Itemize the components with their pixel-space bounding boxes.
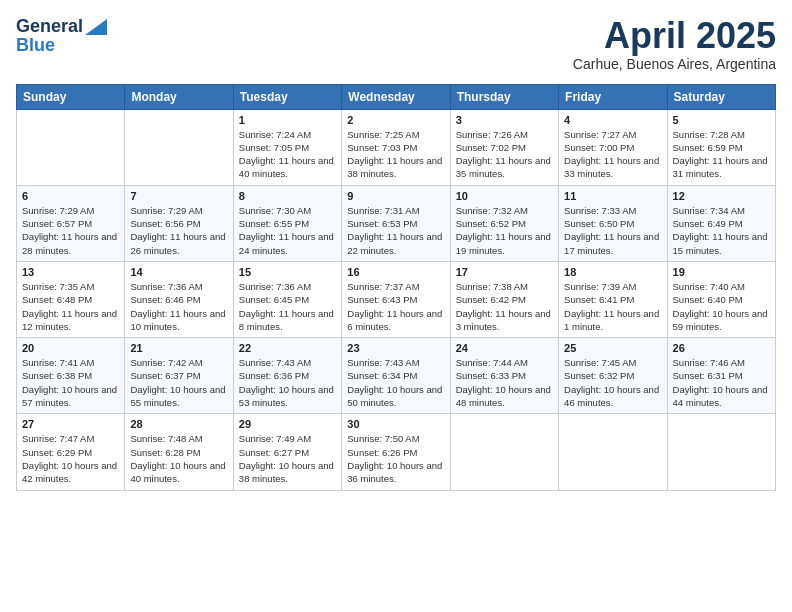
- day-number: 18: [564, 266, 661, 278]
- day-number: 8: [239, 190, 336, 202]
- calendar-cell: 5Sunrise: 7:28 AM Sunset: 6:59 PM Daylig…: [667, 109, 775, 185]
- calendar-cell: 13Sunrise: 7:35 AM Sunset: 6:48 PM Dayli…: [17, 261, 125, 337]
- day-info: Sunrise: 7:39 AM Sunset: 6:41 PM Dayligh…: [564, 280, 661, 333]
- day-number: 23: [347, 342, 444, 354]
- day-info: Sunrise: 7:43 AM Sunset: 6:36 PM Dayligh…: [239, 356, 336, 409]
- day-number: 25: [564, 342, 661, 354]
- day-number: 4: [564, 114, 661, 126]
- day-info: Sunrise: 7:47 AM Sunset: 6:29 PM Dayligh…: [22, 432, 119, 485]
- calendar-cell: 22Sunrise: 7:43 AM Sunset: 6:36 PM Dayli…: [233, 338, 341, 414]
- calendar-cell: 29Sunrise: 7:49 AM Sunset: 6:27 PM Dayli…: [233, 414, 341, 490]
- calendar-cell: 14Sunrise: 7:36 AM Sunset: 6:46 PM Dayli…: [125, 261, 233, 337]
- calendar-cell: 21Sunrise: 7:42 AM Sunset: 6:37 PM Dayli…: [125, 338, 233, 414]
- day-info: Sunrise: 7:33 AM Sunset: 6:50 PM Dayligh…: [564, 204, 661, 257]
- day-number: 15: [239, 266, 336, 278]
- day-info: Sunrise: 7:50 AM Sunset: 6:26 PM Dayligh…: [347, 432, 444, 485]
- day-number: 30: [347, 418, 444, 430]
- calendar-cell: 25Sunrise: 7:45 AM Sunset: 6:32 PM Dayli…: [559, 338, 667, 414]
- day-number: 16: [347, 266, 444, 278]
- day-info: Sunrise: 7:26 AM Sunset: 7:02 PM Dayligh…: [456, 128, 553, 181]
- page-title: April 2025: [573, 16, 776, 56]
- calendar-cell: 2Sunrise: 7:25 AM Sunset: 7:03 PM Daylig…: [342, 109, 450, 185]
- day-info: Sunrise: 7:34 AM Sunset: 6:49 PM Dayligh…: [673, 204, 770, 257]
- calendar-day-header: Thursday: [450, 84, 558, 109]
- day-info: Sunrise: 7:37 AM Sunset: 6:43 PM Dayligh…: [347, 280, 444, 333]
- calendar-cell: 10Sunrise: 7:32 AM Sunset: 6:52 PM Dayli…: [450, 185, 558, 261]
- calendar-cell: [667, 414, 775, 490]
- calendar-cell: 23Sunrise: 7:43 AM Sunset: 6:34 PM Dayli…: [342, 338, 450, 414]
- calendar-cell: [450, 414, 558, 490]
- calendar-cell: 11Sunrise: 7:33 AM Sunset: 6:50 PM Dayli…: [559, 185, 667, 261]
- day-number: 19: [673, 266, 770, 278]
- day-number: 26: [673, 342, 770, 354]
- day-info: Sunrise: 7:46 AM Sunset: 6:31 PM Dayligh…: [673, 356, 770, 409]
- day-info: Sunrise: 7:28 AM Sunset: 6:59 PM Dayligh…: [673, 128, 770, 181]
- day-number: 6: [22, 190, 119, 202]
- calendar-cell: 8Sunrise: 7:30 AM Sunset: 6:55 PM Daylig…: [233, 185, 341, 261]
- day-number: 1: [239, 114, 336, 126]
- day-number: 3: [456, 114, 553, 126]
- day-info: Sunrise: 7:48 AM Sunset: 6:28 PM Dayligh…: [130, 432, 227, 485]
- title-area: April 2025 Carhue, Buenos Aires, Argenti…: [573, 16, 776, 72]
- day-info: Sunrise: 7:24 AM Sunset: 7:05 PM Dayligh…: [239, 128, 336, 181]
- calendar-day-header: Tuesday: [233, 84, 341, 109]
- calendar-cell: [125, 109, 233, 185]
- page-header: General Blue April 2025 Carhue, Buenos A…: [16, 16, 776, 72]
- calendar-cell: 30Sunrise: 7:50 AM Sunset: 6:26 PM Dayli…: [342, 414, 450, 490]
- day-number: 13: [22, 266, 119, 278]
- svg-marker-0: [85, 19, 107, 35]
- day-info: Sunrise: 7:45 AM Sunset: 6:32 PM Dayligh…: [564, 356, 661, 409]
- day-info: Sunrise: 7:32 AM Sunset: 6:52 PM Dayligh…: [456, 204, 553, 257]
- day-number: 7: [130, 190, 227, 202]
- day-info: Sunrise: 7:25 AM Sunset: 7:03 PM Dayligh…: [347, 128, 444, 181]
- calendar-day-header: Friday: [559, 84, 667, 109]
- day-number: 28: [130, 418, 227, 430]
- day-number: 10: [456, 190, 553, 202]
- calendar-cell: 7Sunrise: 7:29 AM Sunset: 6:56 PM Daylig…: [125, 185, 233, 261]
- day-info: Sunrise: 7:49 AM Sunset: 6:27 PM Dayligh…: [239, 432, 336, 485]
- day-info: Sunrise: 7:36 AM Sunset: 6:46 PM Dayligh…: [130, 280, 227, 333]
- calendar-week-row: 6Sunrise: 7:29 AM Sunset: 6:57 PM Daylig…: [17, 185, 776, 261]
- day-info: Sunrise: 7:42 AM Sunset: 6:37 PM Dayligh…: [130, 356, 227, 409]
- calendar-cell: 18Sunrise: 7:39 AM Sunset: 6:41 PM Dayli…: [559, 261, 667, 337]
- day-number: 9: [347, 190, 444, 202]
- calendar-cell: 1Sunrise: 7:24 AM Sunset: 7:05 PM Daylig…: [233, 109, 341, 185]
- day-number: 22: [239, 342, 336, 354]
- calendar-cell: 24Sunrise: 7:44 AM Sunset: 6:33 PM Dayli…: [450, 338, 558, 414]
- calendar-day-header: Monday: [125, 84, 233, 109]
- calendar-cell: 9Sunrise: 7:31 AM Sunset: 6:53 PM Daylig…: [342, 185, 450, 261]
- calendar-cell: 15Sunrise: 7:36 AM Sunset: 6:45 PM Dayli…: [233, 261, 341, 337]
- day-info: Sunrise: 7:31 AM Sunset: 6:53 PM Dayligh…: [347, 204, 444, 257]
- day-info: Sunrise: 7:38 AM Sunset: 6:42 PM Dayligh…: [456, 280, 553, 333]
- day-info: Sunrise: 7:44 AM Sunset: 6:33 PM Dayligh…: [456, 356, 553, 409]
- day-info: Sunrise: 7:35 AM Sunset: 6:48 PM Dayligh…: [22, 280, 119, 333]
- day-number: 5: [673, 114, 770, 126]
- calendar-cell: 4Sunrise: 7:27 AM Sunset: 7:00 PM Daylig…: [559, 109, 667, 185]
- day-number: 29: [239, 418, 336, 430]
- day-info: Sunrise: 7:29 AM Sunset: 6:57 PM Dayligh…: [22, 204, 119, 257]
- calendar-cell: 26Sunrise: 7:46 AM Sunset: 6:31 PM Dayli…: [667, 338, 775, 414]
- calendar-cell: [559, 414, 667, 490]
- calendar-day-header: Saturday: [667, 84, 775, 109]
- calendar-cell: 20Sunrise: 7:41 AM Sunset: 6:38 PM Dayli…: [17, 338, 125, 414]
- calendar-cell: [17, 109, 125, 185]
- logo: General Blue: [16, 16, 107, 56]
- calendar-table: SundayMondayTuesdayWednesdayThursdayFrid…: [16, 84, 776, 491]
- logo-general-text: General: [16, 16, 83, 37]
- calendar-day-header: Sunday: [17, 84, 125, 109]
- calendar-cell: 17Sunrise: 7:38 AM Sunset: 6:42 PM Dayli…: [450, 261, 558, 337]
- logo-icon: [85, 19, 107, 35]
- calendar-week-row: 27Sunrise: 7:47 AM Sunset: 6:29 PM Dayli…: [17, 414, 776, 490]
- day-number: 14: [130, 266, 227, 278]
- day-number: 27: [22, 418, 119, 430]
- logo-blue-text: Blue: [16, 35, 55, 56]
- calendar-cell: 27Sunrise: 7:47 AM Sunset: 6:29 PM Dayli…: [17, 414, 125, 490]
- day-info: Sunrise: 7:36 AM Sunset: 6:45 PM Dayligh…: [239, 280, 336, 333]
- day-number: 2: [347, 114, 444, 126]
- calendar-cell: 19Sunrise: 7:40 AM Sunset: 6:40 PM Dayli…: [667, 261, 775, 337]
- day-info: Sunrise: 7:40 AM Sunset: 6:40 PM Dayligh…: [673, 280, 770, 333]
- day-info: Sunrise: 7:41 AM Sunset: 6:38 PM Dayligh…: [22, 356, 119, 409]
- calendar-week-row: 1Sunrise: 7:24 AM Sunset: 7:05 PM Daylig…: [17, 109, 776, 185]
- calendar-week-row: 20Sunrise: 7:41 AM Sunset: 6:38 PM Dayli…: [17, 338, 776, 414]
- calendar-header-row: SundayMondayTuesdayWednesdayThursdayFrid…: [17, 84, 776, 109]
